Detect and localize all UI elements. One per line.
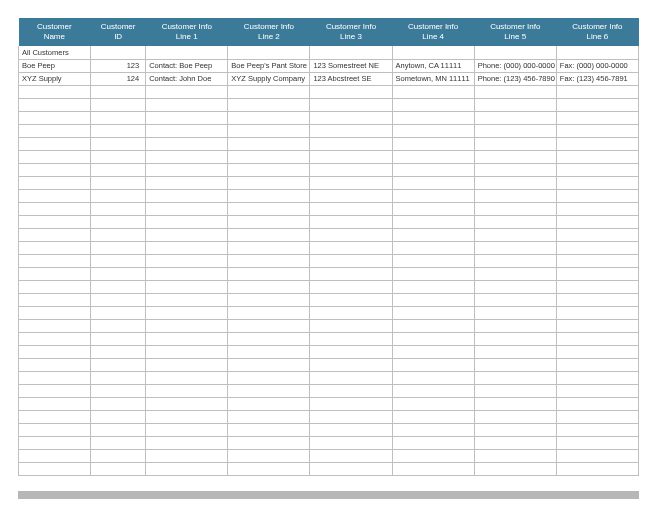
table-cell[interactable] bbox=[91, 228, 146, 241]
table-cell[interactable] bbox=[474, 150, 556, 163]
table-cell[interactable] bbox=[146, 293, 228, 306]
column-header[interactable]: Customer InfoLine 6 bbox=[556, 18, 638, 46]
table-cell[interactable] bbox=[19, 137, 91, 150]
table-cell[interactable] bbox=[310, 423, 392, 436]
table-cell[interactable] bbox=[146, 449, 228, 462]
table-cell[interactable] bbox=[474, 410, 556, 423]
table-cell[interactable] bbox=[19, 384, 91, 397]
table-cell[interactable] bbox=[228, 202, 310, 215]
table-cell[interactable] bbox=[556, 332, 638, 345]
table-cell[interactable] bbox=[474, 228, 556, 241]
table-cell[interactable] bbox=[392, 228, 474, 241]
table-cell[interactable] bbox=[392, 371, 474, 384]
table-cell[interactable] bbox=[19, 150, 91, 163]
table-cell[interactable] bbox=[392, 98, 474, 111]
table-cell[interactable] bbox=[392, 163, 474, 176]
table-cell[interactable] bbox=[474, 241, 556, 254]
table-cell[interactable] bbox=[91, 410, 146, 423]
table-cell[interactable] bbox=[392, 410, 474, 423]
table-cell[interactable]: 123 Somestreet NE bbox=[310, 59, 392, 72]
table-cell[interactable] bbox=[146, 384, 228, 397]
table-cell[interactable]: 123 bbox=[91, 59, 146, 72]
table-cell[interactable] bbox=[310, 85, 392, 98]
table-cell[interactable] bbox=[392, 449, 474, 462]
column-header[interactable]: Customer InfoLine 1 bbox=[146, 18, 228, 46]
table-cell[interactable] bbox=[392, 319, 474, 332]
table-cell[interactable] bbox=[556, 267, 638, 280]
table-cell[interactable] bbox=[556, 124, 638, 137]
table-cell[interactable] bbox=[228, 124, 310, 137]
table-cell[interactable] bbox=[146, 319, 228, 332]
table-cell[interactable] bbox=[146, 202, 228, 215]
table-cell[interactable] bbox=[392, 150, 474, 163]
table-cell[interactable]: XYZ Supply bbox=[19, 72, 91, 85]
table-cell[interactable] bbox=[19, 345, 91, 358]
table-cell[interactable] bbox=[556, 202, 638, 215]
table-cell[interactable] bbox=[19, 124, 91, 137]
table-cell[interactable] bbox=[392, 384, 474, 397]
table-cell[interactable] bbox=[392, 306, 474, 319]
table-cell[interactable] bbox=[146, 46, 228, 59]
table-cell[interactable] bbox=[556, 98, 638, 111]
table-cell[interactable] bbox=[19, 449, 91, 462]
column-header[interactable]: Customer InfoLine 4 bbox=[392, 18, 474, 46]
table-cell[interactable] bbox=[228, 319, 310, 332]
table-cell[interactable] bbox=[19, 358, 91, 371]
table-cell[interactable] bbox=[146, 98, 228, 111]
table-cell[interactable] bbox=[556, 384, 638, 397]
table-cell[interactable] bbox=[19, 397, 91, 410]
table-cell[interactable] bbox=[474, 319, 556, 332]
table-cell[interactable] bbox=[146, 397, 228, 410]
table-cell[interactable] bbox=[310, 202, 392, 215]
table-cell[interactable] bbox=[228, 85, 310, 98]
table-cell[interactable] bbox=[310, 176, 392, 189]
table-cell[interactable] bbox=[392, 202, 474, 215]
table-cell[interactable] bbox=[556, 397, 638, 410]
table-cell[interactable] bbox=[392, 345, 474, 358]
table-cell[interactable] bbox=[146, 176, 228, 189]
table-cell[interactable] bbox=[556, 293, 638, 306]
table-cell[interactable] bbox=[19, 423, 91, 436]
table-cell[interactable] bbox=[310, 254, 392, 267]
table-cell[interactable] bbox=[310, 280, 392, 293]
table-cell[interactable] bbox=[474, 215, 556, 228]
table-cell[interactable] bbox=[474, 254, 556, 267]
table-cell[interactable] bbox=[474, 345, 556, 358]
table-cell[interactable] bbox=[474, 280, 556, 293]
table-cell[interactable] bbox=[310, 293, 392, 306]
table-cell[interactable] bbox=[146, 254, 228, 267]
table-cell[interactable]: 124 bbox=[91, 72, 146, 85]
table-cell[interactable] bbox=[91, 358, 146, 371]
table-cell[interactable] bbox=[19, 215, 91, 228]
table-cell[interactable] bbox=[19, 332, 91, 345]
table-cell[interactable] bbox=[91, 241, 146, 254]
table-cell[interactable] bbox=[392, 332, 474, 345]
table-cell[interactable] bbox=[392, 111, 474, 124]
table-cell[interactable] bbox=[392, 280, 474, 293]
table-cell[interactable] bbox=[228, 410, 310, 423]
table-cell[interactable] bbox=[392, 137, 474, 150]
table-cell[interactable] bbox=[392, 436, 474, 449]
table-cell[interactable] bbox=[556, 371, 638, 384]
table-cell[interactable] bbox=[310, 384, 392, 397]
table-cell[interactable] bbox=[146, 150, 228, 163]
table-cell[interactable] bbox=[310, 189, 392, 202]
table-cell[interactable] bbox=[146, 137, 228, 150]
table-cell[interactable] bbox=[556, 241, 638, 254]
table-cell[interactable] bbox=[146, 215, 228, 228]
table-cell[interactable] bbox=[228, 254, 310, 267]
table-cell[interactable] bbox=[228, 423, 310, 436]
table-cell[interactable] bbox=[310, 306, 392, 319]
table-cell[interactable] bbox=[146, 423, 228, 436]
table-cell[interactable] bbox=[146, 345, 228, 358]
table-cell[interactable] bbox=[310, 163, 392, 176]
table-cell[interactable] bbox=[146, 124, 228, 137]
table-cell[interactable] bbox=[556, 462, 638, 475]
table-cell[interactable] bbox=[91, 215, 146, 228]
table-cell[interactable] bbox=[228, 293, 310, 306]
table-cell[interactable] bbox=[556, 215, 638, 228]
table-cell[interactable] bbox=[556, 228, 638, 241]
table-cell[interactable] bbox=[474, 46, 556, 59]
table-cell[interactable]: Sometown, MN 11111 bbox=[392, 72, 474, 85]
table-cell[interactable] bbox=[392, 46, 474, 59]
